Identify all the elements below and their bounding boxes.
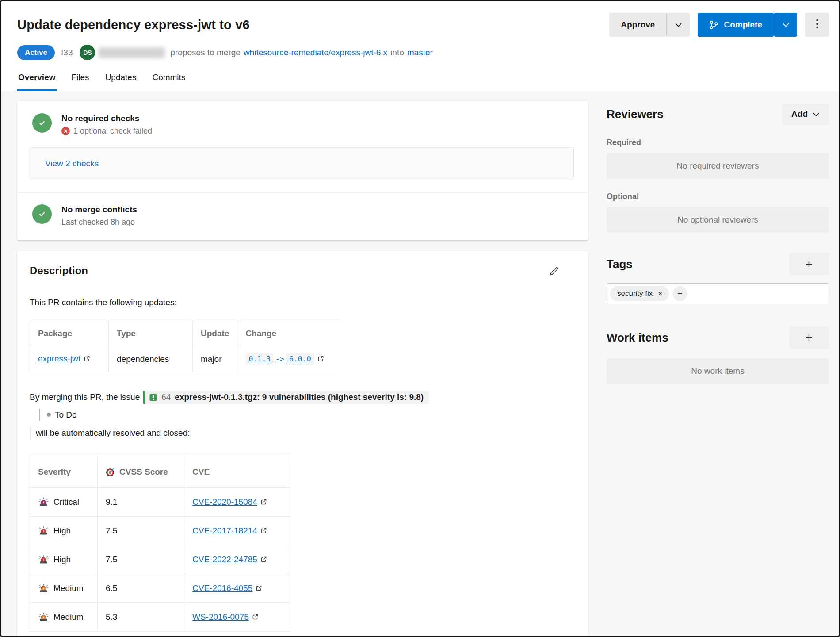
external-link-icon (260, 555, 267, 564)
merge-conflicts-title: No merge conflicts (61, 204, 137, 215)
cve-link[interactable]: CVE-2017-18214 (192, 526, 257, 535)
approve-dropdown-button[interactable] (667, 13, 690, 37)
merge-note-suffix: will be automatically resolved and close… (30, 426, 190, 440)
cve-link[interactable]: CVE-2022-24785 (192, 555, 257, 564)
pull-request-page: Update dependency express-jwt to v6 Appr… (0, 0, 840, 637)
tab-overview[interactable]: Overview (17, 73, 57, 91)
version-from-link[interactable]: 0.1.3 (245, 353, 274, 365)
package-table-header: Update (193, 321, 237, 346)
complete-dropdown-button[interactable] (774, 13, 797, 37)
severity-label: Critical (53, 497, 79, 507)
cve-table-header: CVSS Score (98, 456, 184, 488)
state-dot-icon (47, 413, 51, 417)
package-link[interactable]: express-jwt (38, 354, 80, 363)
pr-number: !33 (61, 48, 73, 58)
plus-icon: + (806, 257, 813, 271)
complete-button[interactable]: Complete (698, 13, 774, 37)
view-checks-link[interactable]: View 2 checks (45, 159, 99, 168)
author-name-redacted (99, 47, 165, 58)
cve-table-body: Critical 9.1 CVE-2020-15084 High (30, 488, 290, 632)
plus-icon: + (677, 289, 682, 299)
cvss-score: 7.5 (98, 517, 184, 545)
reviewers-title: Reviewers (607, 107, 664, 121)
external-link-icon (84, 354, 90, 364)
cvss-score: 5.3 (98, 603, 184, 632)
source-branch-link[interactable]: whitesource-remediate/express-jwt-6.x (244, 48, 387, 58)
package-update: major (193, 346, 237, 372)
cve-table-row: Medium 6.5 CVE-2016-4055 (30, 574, 290, 603)
tag-pill: security fix ✕ (610, 286, 669, 301)
external-link-icon (256, 584, 262, 593)
kebab-menu-icon (816, 19, 818, 31)
description-card: Description This PR contains the followi… (17, 251, 588, 637)
view-checks-box: View 2 checks (30, 147, 574, 180)
optional-reviewers-label: Optional (607, 192, 829, 201)
pr-meta-row: Active !33 DS proposes to merge whitesou… (17, 45, 829, 60)
severity-label: Medium (53, 583, 84, 593)
required-reviewers-label: Required (607, 138, 829, 147)
merge-text-middle: into (390, 48, 404, 58)
tags-input[interactable]: security fix ✕ + (607, 283, 829, 304)
tags-title: Tags (607, 257, 633, 271)
pencil-icon (549, 270, 559, 278)
close-icon[interactable]: ✕ (657, 290, 663, 298)
check-circle-icon (32, 113, 52, 133)
work-item-id: 64 (161, 392, 171, 402)
plus-icon: + (806, 331, 813, 345)
add-reviewer-button[interactable]: Add (782, 104, 829, 125)
error-circle-icon (61, 127, 70, 135)
package-table: Package Type Update Change express-jwt (30, 321, 340, 372)
complete-split-button: Complete (698, 13, 797, 37)
sidebar: Reviewers Add Required No required revie… (607, 101, 829, 637)
edit-description-button[interactable] (547, 265, 561, 280)
cve-link[interactable]: WS-2016-0075 (192, 612, 249, 622)
tab-commits[interactable]: Commits (151, 73, 186, 91)
add-work-item-button[interactable]: + (789, 326, 829, 349)
add-tag-button[interactable]: + (789, 253, 829, 275)
required-checks-title: No required checks (61, 113, 152, 123)
package-table-header: Change (237, 321, 340, 346)
optional-check-status: 1 optional check failed (73, 127, 152, 136)
cve-link[interactable]: CVE-2016-4055 (192, 583, 252, 593)
work-item-title: express-jwt-0.1.3.tgz: 9 vulnerabilities… (175, 392, 424, 402)
severity-siren-icon (38, 554, 49, 565)
divider (39, 409, 40, 421)
cve-link[interactable]: CVE-2020-15084 (192, 497, 257, 507)
work-item-state-row: To Do (39, 409, 570, 421)
severity-label: Medium (53, 612, 84, 622)
cve-table-row: High 7.5 CVE-2017-18214 (30, 517, 290, 545)
cvss-score: 6.5 (98, 574, 184, 603)
work-item-icon (149, 393, 157, 402)
checks-card: No required checks 1 optional check fail… (17, 101, 588, 240)
check-circle-icon (32, 204, 52, 224)
tab-bar: Overview Files Updates Commits (17, 73, 829, 91)
package-table-header: Type (109, 321, 193, 346)
version-arrow-link[interactable]: -> (275, 355, 284, 363)
branch-icon (709, 20, 718, 30)
severity-label: High (53, 555, 71, 564)
severity-label: High (53, 526, 71, 536)
tab-files[interactable]: Files (71, 73, 90, 91)
add-reviewer-label: Add (791, 109, 808, 119)
optional-reviewers-empty: No optional reviewers (607, 207, 829, 233)
external-link-icon (252, 613, 259, 622)
chevron-down-icon (783, 20, 789, 30)
approve-split-button: Approve (609, 13, 690, 37)
avatar: DS (80, 45, 95, 60)
tab-updates[interactable]: Updates (104, 73, 137, 91)
cve-table-header: Severity (30, 456, 98, 488)
approve-button[interactable]: Approve (609, 13, 666, 37)
cve-table-row: Critical 9.1 CVE-2020-15084 (30, 488, 290, 517)
pr-header: Update dependency express-jwt to v6 Appr… (1, 1, 839, 91)
work-item-state: To Do (55, 410, 77, 420)
tag-label: security fix (617, 289, 653, 298)
target-icon (106, 467, 115, 477)
work-item-mention[interactable]: 64 express-jwt-0.1.3.tgz: 9 vulnerabilit… (143, 391, 429, 404)
target-branch-link[interactable]: master (407, 48, 433, 58)
description-title: Description (30, 265, 88, 277)
severity-siren-icon (38, 497, 49, 508)
more-options-button[interactable] (805, 13, 829, 37)
tag-add-button[interactable]: + (672, 286, 687, 301)
version-to-link[interactable]: 6.0.0 (286, 353, 314, 365)
merge-text-prefix: proposes to merge (170, 48, 240, 58)
